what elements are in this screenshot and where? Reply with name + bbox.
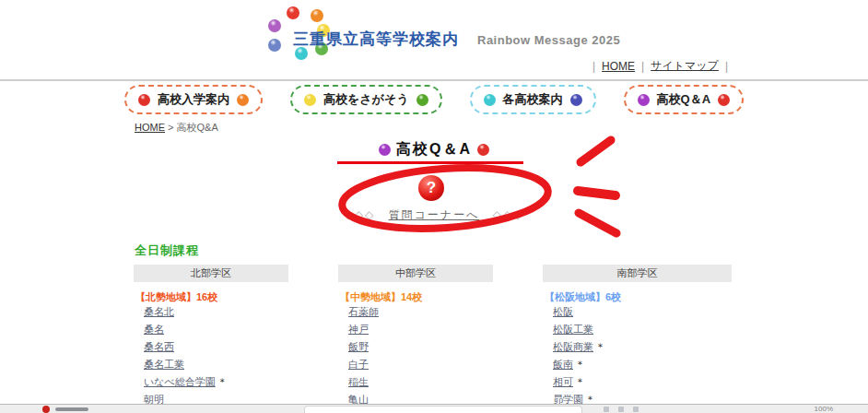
header-divider (0, 79, 868, 81)
district-columns: 北部学区 【北勢地域】16校 桑名北桑名桑名西桑名工業いなべ総合学園＊朝明 中部… (134, 265, 732, 407)
school-list: 石薬師神戸飯野白子稲生亀山 (338, 306, 493, 407)
nav-button-qa[interactable]: 高校Q＆A (624, 85, 745, 114)
page-title-row: 高校Q＆A (0, 140, 868, 159)
region-label: 【中勢地域】14校 (338, 290, 493, 302)
site-subtitle: Rainbow Message 2025 (477, 33, 620, 47)
school-link[interactable]: 飯南 (553, 359, 573, 370)
red-ellipse-annotation (340, 161, 550, 234)
nav-button-label: 高校をさがそう (323, 91, 409, 108)
nav-button-label: 各高校案内 (503, 91, 563, 108)
school-link[interactable]: 相可 (553, 376, 573, 387)
school-list-item: いなべ総合学園＊ (144, 376, 288, 390)
breadcrumb-home-link[interactable]: HOME (135, 122, 165, 133)
school-asterisk-mark: ＊ (575, 359, 585, 370)
logo-dot-icon (287, 6, 299, 19)
school-list-item: 神戸 (348, 324, 493, 337)
site-title-row: 三重県立高等学校案内 Rainbow Message 2025 (293, 29, 620, 50)
school-link[interactable]: 神戸 (348, 324, 369, 335)
school-link[interactable]: 飯野 (348, 341, 369, 352)
taskbar-app-icon[interactable] (633, 407, 639, 412)
red-stroke-annotation (578, 191, 616, 195)
sphere-dot-icon (237, 94, 249, 106)
school-list: 桑名北桑名桑名西桑名工業いなべ総合学園＊朝明 (134, 306, 288, 407)
district-column-south: 南部学区 【松阪地域】6校 松阪松阪工業松阪商業＊飯南＊相可＊昴学園＊ (543, 265, 732, 407)
question-corner-link[interactable]: 質問コーナーへ (389, 208, 480, 221)
sphere-dot-icon (477, 144, 489, 156)
section-heading-fulltime: 全日制課程 (135, 242, 199, 259)
taskbar-status-text (55, 407, 88, 411)
school-list-item: 相可＊ (553, 376, 732, 390)
nav-button-label: 高校Q＆A (657, 91, 711, 108)
taskbar-app-icon[interactable] (604, 407, 609, 412)
diamond-decoration: ◇◇◇ (493, 208, 524, 221)
home-link[interactable]: HOME (602, 60, 635, 73)
sphere-dot-icon (304, 94, 316, 106)
taskbar-red-badge-icon (42, 406, 50, 413)
nav-button-school-info[interactable]: 各高校案内 (470, 85, 596, 114)
nav-button-admission-guide[interactable]: 高校入学案内 (124, 85, 263, 114)
page-title: 高校Q＆A (396, 140, 472, 159)
taskbar-sliver: 100% (0, 404, 868, 413)
school-list-item: 稲生 (348, 376, 493, 390)
question-link-row: ◇◇◇ 質問コーナーへ ◇◇◇ (0, 207, 868, 223)
pipe-separator: | (641, 60, 644, 73)
sphere-dot-icon (718, 94, 730, 106)
sitemap-link[interactable]: サイトマップ (651, 58, 719, 74)
nav-button-label: 高校入学案内 (158, 91, 229, 108)
school-link[interactable]: 稲生 (348, 376, 369, 387)
site-title: 三重県立高等学校案内 (293, 29, 459, 50)
school-asterisk-mark: ＊ (575, 376, 585, 387)
school-list-item: 飯南＊ (553, 359, 732, 372)
district-column-central: 中部学区 【中勢地域】14校 石薬師神戸飯野白子稲生亀山 (338, 265, 493, 407)
district-header: 南部学区 (543, 265, 732, 282)
pipe-separator: | (725, 60, 728, 73)
district-column-north: 北部学区 【北勢地域】16校 桑名北桑名桑名西桑名工業いなべ総合学園＊朝明 (134, 265, 288, 407)
school-list-item: 桑名 (144, 324, 288, 337)
sphere-dot-icon (638, 94, 650, 106)
school-link[interactable]: 松阪 (553, 306, 573, 317)
question-mark-icon[interactable]: ? (418, 175, 444, 201)
region-label: 【北勢地域】16校 (134, 290, 288, 302)
logo-dot-icon (268, 39, 281, 52)
school-list-item: 桑名西 (144, 341, 288, 355)
school-link[interactable]: 桑名 (144, 324, 164, 335)
region-label: 【松阪地域】6校 (543, 290, 732, 302)
school-link[interactable]: 白子 (348, 359, 369, 370)
school-link[interactable]: 石薬師 (348, 306, 379, 317)
sphere-dot-icon (379, 144, 391, 156)
utility-nav: | HOME | サイトマップ | (592, 58, 728, 74)
school-link[interactable]: 桑名北 (144, 306, 174, 317)
taskbar-icons (604, 407, 639, 412)
logo-dot-icon (311, 9, 323, 22)
school-list: 松阪松阪工業松阪商業＊飯南＊相可＊昴学園＊ (543, 306, 732, 407)
school-list-item: 桑名北 (144, 306, 288, 320)
school-list-item: 松阪商業＊ (553, 341, 732, 355)
main-nav: 高校入学案内 高校をさがそう 各高校案内 高校Q＆A (0, 85, 868, 114)
school-list-item: 松阪工業 (553, 324, 732, 337)
school-list-item: 松阪 (553, 306, 732, 320)
nav-button-find-school[interactable]: 高校をさがそう (290, 85, 442, 114)
sphere-dot-icon (484, 94, 496, 106)
school-list-item: 白子 (348, 359, 493, 372)
taskbar-search-box[interactable] (304, 406, 582, 413)
sphere-dot-icon (570, 94, 582, 106)
district-header: 中部学区 (338, 265, 493, 282)
breadcrumb-separator: > (168, 122, 173, 133)
diamond-decoration: ◇◇◇ (345, 208, 376, 221)
zoom-level-label: 100% (815, 406, 833, 413)
school-link[interactable]: いなべ総合学園 (144, 376, 216, 387)
sphere-dot-icon (138, 94, 150, 106)
sphere-dot-icon (416, 94, 428, 106)
school-link[interactable]: 松阪商業 (553, 341, 593, 352)
taskbar-app-icon[interactable] (618, 407, 624, 412)
school-link[interactable]: 松阪工業 (553, 324, 593, 335)
school-asterisk-mark: ＊ (217, 376, 228, 387)
school-asterisk-mark: ＊ (595, 341, 605, 352)
title-underline (337, 161, 523, 164)
pipe-separator: | (592, 60, 595, 73)
school-list-item: 桑名工業 (144, 359, 288, 372)
school-link[interactable]: 桑名西 (144, 341, 174, 352)
page: 三重県立高等学校案内 Rainbow Message 2025 | HOME |… (0, 0, 868, 413)
breadcrumb: HOME > 高校Q&A (135, 121, 218, 135)
school-link[interactable]: 桑名工業 (144, 359, 184, 370)
